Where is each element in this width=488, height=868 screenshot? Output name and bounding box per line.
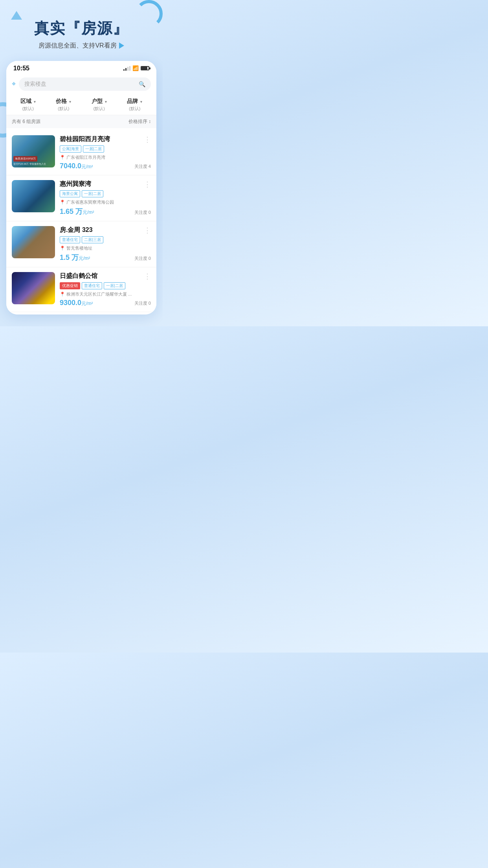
- filter-tab-price-sub: (默认): [47, 106, 81, 112]
- sort-icon: ↕: [149, 119, 151, 124]
- listing-attention-1: 关注度 4: [134, 164, 151, 169]
- listing-attention-4: 关注度 0: [134, 300, 151, 306]
- chevron-down-icon: ▾: [140, 100, 142, 104]
- listing-title-1: 碧桂园阳西月亮湾: [60, 135, 151, 143]
- listing-item[interactable]: 海景房首付约9万 首付约28-68万 带装修拎包入住 碧桂园阳西月亮湾 公寓|海…: [6, 131, 156, 175]
- results-bar: 共有 6 组房源 价格排序 ↕: [6, 115, 156, 128]
- filter-tab-type[interactable]: 户型 ▾ (默认): [81, 95, 117, 115]
- listing-title-4: 日盛白鹤公馆: [60, 272, 151, 280]
- search-icon: 🔍: [139, 81, 145, 87]
- pin-icon: 📍: [60, 292, 65, 297]
- chevron-down-icon: ▾: [105, 100, 107, 104]
- img-sub-1: 首付约28-68万 带装修拎包入住: [13, 162, 53, 166]
- hero-title: 真实『房源』: [8, 20, 155, 38]
- sort-label: 价格排序: [128, 118, 147, 125]
- signal-bars-icon: [123, 66, 130, 71]
- search-placeholder: 搜索楼盘: [24, 81, 46, 88]
- search-bar[interactable]: 搜索楼盘 🔍: [19, 77, 151, 91]
- phone-frame: 10:55 📶 ⌖ 搜索楼盘 🔍 区域 ▾ (默认) 价格: [6, 61, 156, 314]
- pin-icon: 📍: [60, 200, 65, 205]
- more-button-3[interactable]: ⋮: [144, 227, 151, 234]
- listing-location-4: 📍 株洲市天元区长江广场耀华大厦 ...: [60, 291, 151, 297]
- play-icon: [119, 42, 124, 49]
- battery-fill: [141, 67, 147, 70]
- status-icons: 📶: [123, 65, 149, 71]
- search-section: ⌖ 搜索楼盘 🔍: [6, 74, 156, 95]
- filter-tab-area-label: 区域 ▾: [11, 98, 45, 105]
- hero-subtitle: 房源信息全面、支持VR看房: [8, 42, 155, 50]
- img-overlay-1: 海景房首付约9万 首付约28-68万 带装修拎包入住: [12, 135, 55, 167]
- filter-tab-price-label: 价格 ▾: [47, 98, 81, 105]
- filter-tab-type-label: 户型 ▾: [82, 98, 116, 105]
- chevron-down-icon: ▾: [69, 100, 71, 104]
- more-button-1[interactable]: ⋮: [144, 136, 151, 143]
- listing-tag: 普通住宅: [82, 282, 102, 289]
- listing-item[interactable]: 惠州巽寮湾 海景公寓 一居|二居 📍 广东省惠东巽寮湾海公园 1.65 万元/m…: [6, 175, 156, 221]
- results-count: 共有 6 组房源: [12, 118, 40, 125]
- hero-section: 真实『房源』 房源信息全面、支持VR看房: [0, 0, 163, 61]
- signal-bar-1: [123, 69, 125, 71]
- listing-image-3: [12, 226, 55, 258]
- listing-tag: 优惠促销: [60, 282, 80, 289]
- hero-subtitle-text: 房源信息全面、支持VR看房: [39, 42, 116, 50]
- listing-location-3: 📍 暂无售楼地址: [60, 245, 151, 251]
- signal-bar-4: [129, 66, 130, 71]
- listing-tag: 公寓|海景: [60, 145, 81, 153]
- listing-tags-4: 优惠促销 普通住宅 一居|二居: [60, 282, 151, 289]
- more-button-4[interactable]: ⋮: [144, 273, 151, 280]
- more-button-2[interactable]: ⋮: [144, 181, 151, 188]
- pin-icon: 📍: [60, 155, 65, 160]
- signal-bar-3: [127, 67, 128, 71]
- filter-tab-brand[interactable]: 品牌 ▾ (默认): [117, 95, 153, 115]
- listing-location-1: 📍 广东省阳江市月亮湾: [60, 154, 151, 160]
- location-icon: ⌖: [12, 80, 16, 88]
- filter-tab-type-sub: (默认): [82, 106, 116, 112]
- listing-tag: 一居|二居: [83, 145, 105, 153]
- wifi-icon: 📶: [132, 65, 139, 71]
- listing-tag: 一居|二居: [104, 282, 125, 289]
- listing-attention-2: 关注度 0: [134, 210, 151, 215]
- listing-title-3: 房.金周 323: [60, 226, 151, 234]
- pin-icon: 📍: [60, 246, 65, 251]
- listing-tags-2: 海景公寓 一居|二居: [60, 190, 151, 197]
- sort-option[interactable]: 价格排序 ↕: [128, 118, 151, 125]
- price-unit-3: 元/m²: [79, 256, 90, 261]
- filter-tab-price[interactable]: 价格 ▾ (默认): [46, 95, 82, 115]
- price-unit-4: 元/m²: [81, 301, 93, 306]
- battery-icon: [141, 66, 149, 70]
- filter-tabs: 区域 ▾ (默认) 价格 ▾ (默认) 户型 ▾ (默认) 品牌 ▾ (默认): [6, 95, 156, 115]
- listing-tag: 普通住宅: [60, 236, 80, 243]
- price-unit-2: 元/m²: [83, 210, 94, 215]
- listing-title-2: 惠州巽寮湾: [60, 180, 151, 188]
- price-unit-1: 元/m²: [81, 164, 93, 169]
- listing-image-1: 海景房首付约9万 首付约28-68万 带装修拎包入住: [12, 135, 55, 167]
- listing-tag: 二居|三居: [82, 236, 103, 243]
- listing-attention-3: 关注度 0: [134, 256, 151, 261]
- signal-bar-2: [125, 68, 127, 71]
- status-bar: 10:55 📶: [6, 61, 156, 74]
- filter-tab-area[interactable]: 区域 ▾ (默认): [10, 95, 46, 115]
- listing-image-4: [12, 272, 55, 304]
- listing-tags-1: 公寓|海景 一居|二居: [60, 145, 151, 153]
- filter-tab-area-sub: (默认): [11, 106, 45, 112]
- listing-item[interactable]: 日盛白鹤公馆 优惠促销 普通住宅 一居|二居 📍 株洲市天元区长江广场耀华大厦 …: [6, 267, 156, 312]
- listing-location-2: 📍 广东省惠东巽寮湾海公园: [60, 199, 151, 205]
- filter-tab-brand-sub: (默认): [118, 106, 152, 112]
- status-time: 10:55: [13, 65, 29, 72]
- listing-image-2: [12, 180, 55, 212]
- listing-item[interactable]: 房.金周 323 普通住宅 二居|三居 📍 暂无售楼地址 1.5 万元/m² ⋮…: [6, 221, 156, 267]
- img-badge-1: 海景房首付约9万: [13, 156, 37, 162]
- listing-list: 海景房首付约9万 首付约28-68万 带装修拎包入住 碧桂园阳西月亮湾 公寓|海…: [6, 128, 156, 314]
- listing-tag: 一居|二居: [82, 190, 103, 197]
- chevron-down-icon: ▾: [34, 100, 36, 104]
- listing-tags-3: 普通住宅 二居|三居: [60, 236, 151, 243]
- filter-tab-brand-label: 品牌 ▾: [118, 98, 152, 105]
- listing-tag: 海景公寓: [60, 190, 80, 197]
